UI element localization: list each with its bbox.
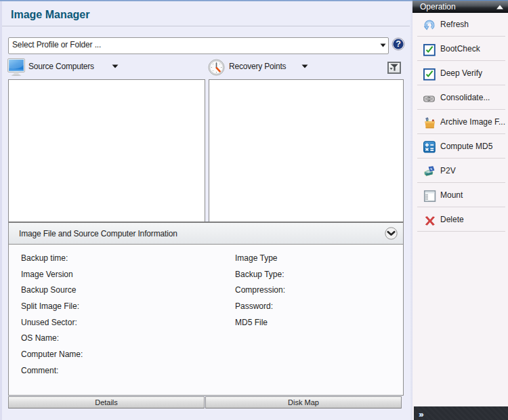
svg-text:?: ? <box>396 39 401 49</box>
